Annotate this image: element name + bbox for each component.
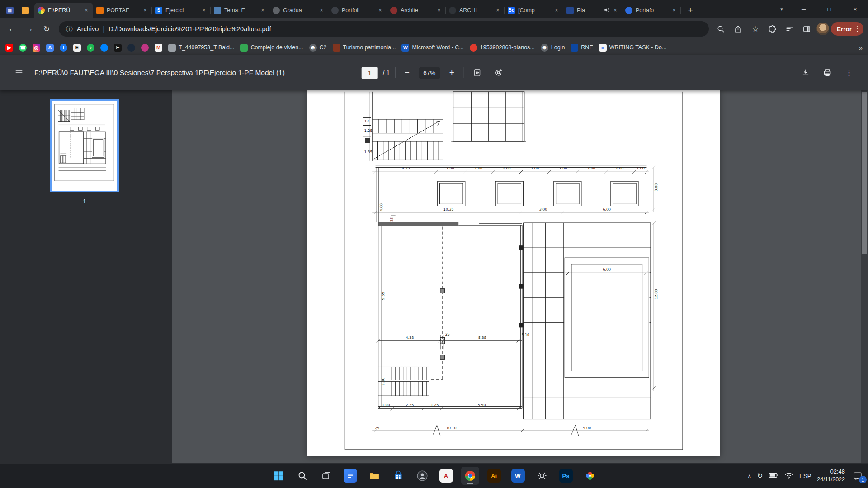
bookmark-complejo[interactable]: Complejo de vivien... [240, 44, 303, 52]
bookmark-baldosas[interactable]: T_44097953_T Bald... [168, 44, 234, 52]
close-window-button[interactable]: × [842, 0, 868, 18]
autocad-icon[interactable]: A [437, 467, 455, 485]
chrome-icon[interactable] [461, 467, 479, 485]
share-icon[interactable] [731, 21, 746, 37]
tab-graduacion[interactable]: Gradua × [269, 3, 328, 18]
scrollbar-thumb[interactable] [862, 92, 867, 254]
bookmark-instagram[interactable]: ◎ [33, 44, 40, 52]
zoom-out-button[interactable]: − [400, 66, 414, 80]
bookmark-planos[interactable]: 1953902868-planos... [470, 44, 535, 52]
forward-button[interactable]: → [22, 21, 37, 37]
tab-close-icon[interactable]: × [553, 7, 560, 14]
word-icon[interactable]: W [509, 467, 527, 485]
tab-pdf-peru[interactable]: F:\PERÚ × [34, 3, 93, 18]
profile-avatar[interactable] [816, 23, 829, 35]
pinned-tab-office[interactable]: ▦ [4, 3, 19, 18]
tab-close-icon[interactable]: × [259, 7, 266, 14]
bookmarks-overflow-chevron[interactable]: » [859, 44, 863, 52]
tab-audio-speaker-icon[interactable] [604, 7, 610, 14]
rotate-page-icon[interactable] [490, 65, 506, 81]
browser-menu-dots-icon[interactable]: ⋮ [854, 25, 861, 33]
bookmark-youtube[interactable]: ▶ [5, 44, 13, 52]
bookmark-star-icon[interactable]: ☆ [748, 21, 763, 37]
bookmark-e-site[interactable]: E [73, 44, 81, 52]
print-icon[interactable] [819, 65, 835, 81]
pdf-menu-icon[interactable] [11, 65, 27, 81]
tab-ejercicio[interactable]: S Ejercici × [152, 3, 211, 18]
microsoft-store-icon[interactable] [389, 467, 407, 485]
sync-icon[interactable]: ↻ [757, 472, 763, 480]
tab-close-icon[interactable]: × [83, 7, 90, 14]
tab-close-icon[interactable]: × [318, 7, 325, 14]
bookmark-word[interactable]: WMicrosoft Word - C... [401, 44, 463, 52]
minimize-button[interactable]: ─ [791, 0, 816, 18]
bookmark-capcut[interactable]: ✂ [114, 44, 122, 52]
tray-chevron-icon[interactable]: ∧ [748, 473, 751, 479]
photos-icon[interactable] [581, 467, 599, 485]
bookmark-gmail[interactable]: M [155, 44, 162, 52]
tab-portfolio[interactable]: Portfoli × [328, 3, 387, 18]
zoom-in-button[interactable]: + [445, 66, 458, 80]
pinned-tab-mail[interactable] [19, 3, 34, 18]
tab-close-icon[interactable]: × [435, 7, 443, 14]
viewer-scrollbar[interactable] [861, 90, 868, 463]
battery-icon[interactable] [769, 472, 778, 480]
photoshop-icon[interactable]: Ps [557, 467, 575, 485]
task-view-icon[interactable] [317, 467, 335, 485]
tab-close-icon[interactable]: × [200, 7, 208, 14]
tab-close-icon[interactable]: × [612, 7, 619, 14]
page-info-icon[interactable]: ⓘ [66, 25, 73, 33]
taskbar-search-icon[interactable] [293, 467, 311, 485]
pdf-more-options-icon[interactable]: ⋮ [841, 65, 857, 81]
bookmark-turismo[interactable]: Turismo patrimonia... [333, 44, 396, 52]
address-bar[interactable]: ⓘ Archivo | D:/Downloads/Ejercicio%201-P… [59, 21, 709, 37]
wifi-icon[interactable] [784, 472, 793, 480]
update-error-chip[interactable]: Error ⋮ [831, 22, 863, 36]
bookmark-steam[interactable] [127, 44, 135, 52]
reload-button[interactable]: ↻ [39, 21, 54, 37]
tab-search-chevron-icon[interactable]: ▾ [773, 0, 791, 18]
download-icon[interactable] [797, 65, 814, 81]
zoom-search-icon[interactable] [713, 21, 729, 37]
tab-close-icon[interactable]: × [377, 7, 384, 14]
illustrator-icon[interactable]: Ai [485, 467, 503, 485]
bookmark-facebook[interactable]: f [60, 44, 67, 52]
bookmark-whatsapp[interactable]: ☎ [19, 44, 27, 52]
page-number-input[interactable] [362, 67, 378, 79]
tab-close-icon[interactable]: × [142, 7, 149, 14]
side-panel-icon[interactable] [799, 21, 815, 37]
tab-archi[interactable]: ARCHI × [446, 3, 505, 18]
pdf-page[interactable]: 4.352.002.002.002.002.002.002.001.0010.3… [307, 90, 720, 456]
page-thumbnail[interactable] [50, 99, 119, 192]
tab-tema[interactable]: Tema: E × [211, 3, 269, 18]
tab-portafolio[interactable]: PORTAF × [93, 3, 152, 18]
tab-architecture[interactable]: Archite × [387, 3, 446, 18]
back-button[interactable]: ← [5, 21, 20, 37]
tab-playlist-audio[interactable]: Pla × [563, 3, 622, 18]
notification-center-icon[interactable]: 1 [851, 469, 864, 483]
thumbnail-page-number[interactable]: 1 [50, 198, 119, 205]
bookmark-c2[interactable]: ⊕C2 [309, 44, 327, 52]
bookmark-translate[interactable]: A [46, 44, 54, 52]
notebook-app-icon[interactable] [341, 467, 359, 485]
extensions-puzzle-icon[interactable] [765, 21, 780, 37]
bookmark-writing-task[interactable]: ≡WRITING TASK - Do... [599, 44, 667, 52]
bookmark-rne[interactable]: RNE [571, 44, 593, 52]
new-tab-button[interactable]: + [684, 4, 697, 17]
tab-close-icon[interactable]: × [494, 7, 501, 14]
bookmark-login[interactable]: ⊕Login [541, 44, 565, 52]
language-indicator[interactable]: ESP [799, 473, 811, 479]
clock[interactable]: 02:48 24/11/2022 [817, 468, 845, 483]
reading-list-icon[interactable] [782, 21, 797, 37]
file-explorer-icon[interactable] [365, 467, 383, 485]
bookmark-messenger[interactable] [100, 44, 108, 52]
start-button[interactable] [269, 467, 288, 485]
fit-to-page-icon[interactable] [469, 65, 485, 81]
maximize-button[interactable]: □ [816, 0, 842, 18]
settings-gear-icon[interactable] [533, 467, 551, 485]
bookmark-spotify[interactable]: ♪ [87, 44, 94, 52]
zoom-level-value[interactable]: 67% [419, 67, 440, 79]
tab-comp[interactable]: Be [Comp × [505, 3, 563, 18]
tab-close-icon[interactable]: × [670, 7, 678, 14]
dark-circle-app-icon[interactable] [413, 467, 431, 485]
